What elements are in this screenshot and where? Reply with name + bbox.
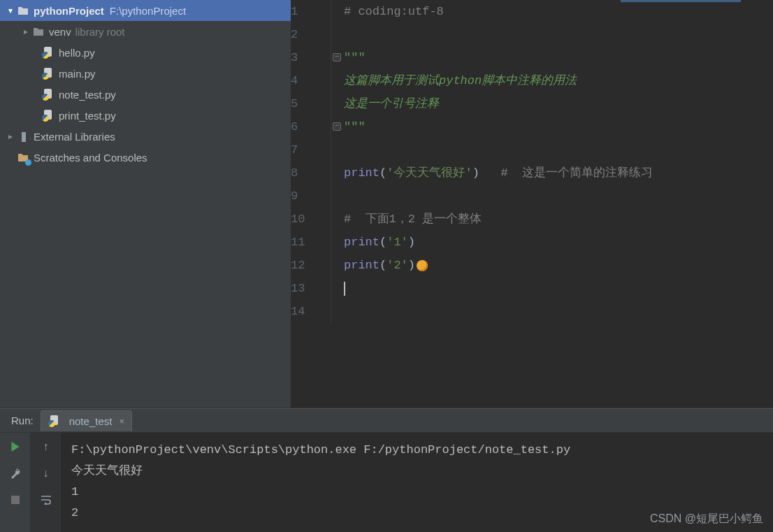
console-line: 今天天气很好 xyxy=(71,461,763,482)
code-text: """ xyxy=(344,46,366,69)
code-text: 这篇脚本用于测试python脚本中注释的用法 xyxy=(344,69,577,92)
line-number: 6 xyxy=(291,115,331,138)
file-item[interactable]: main.py xyxy=(0,63,291,84)
arrow-up-icon[interactable]: ↑ xyxy=(38,438,55,455)
console-line: F:\pythonProject\venv\Scripts\python.exe… xyxy=(71,440,763,461)
code-text: """ xyxy=(344,115,366,138)
code-text: '2' xyxy=(386,254,408,277)
code-text: # 这是一个简单的注释练习 xyxy=(500,161,653,185)
external-libraries[interactable]: ▸ ||| External Libraries xyxy=(0,126,291,147)
run-tab-name: note_test xyxy=(69,415,113,427)
code-text: # 下面1，2 是一个整体 xyxy=(344,208,482,231)
chevron-down-icon[interactable]: ▾ xyxy=(4,6,17,15)
python-file-icon xyxy=(48,415,61,427)
line-number: 5 xyxy=(291,92,331,115)
file-item[interactable]: print_test.py xyxy=(0,105,291,126)
file-name: print_test.py xyxy=(59,110,116,122)
code-text: '1' xyxy=(386,231,408,254)
fold-minus-icon[interactable]: − xyxy=(333,53,341,62)
scratches-consoles[interactable]: Scratches and Consoles xyxy=(0,147,291,168)
line-number: 14 xyxy=(291,300,331,323)
close-icon[interactable]: × xyxy=(119,416,124,426)
folder-icon xyxy=(17,4,29,17)
chevron-right-icon[interactable]: ▸ xyxy=(20,27,32,36)
external-libs-label: External Libraries xyxy=(34,131,115,143)
run-panel: Run: note_test × ↑ ↓ F:\python xyxy=(0,408,773,532)
python-file-icon xyxy=(42,67,55,80)
line-number: 12 xyxy=(291,254,331,277)
rerun-button[interactable] xyxy=(7,438,24,455)
run-nav: ↑ ↓ xyxy=(31,433,62,532)
file-name: hello.py xyxy=(59,47,95,59)
python-file-icon xyxy=(42,88,55,101)
line-number: 3 xyxy=(291,46,331,69)
venv-name: venv xyxy=(49,26,71,38)
gutter: 1 2 3 4 5 6 7 8 9 10 11 12 13 14 xyxy=(291,0,331,408)
code-text: 这是一个引号注释 xyxy=(344,92,439,115)
caret xyxy=(344,282,345,296)
line-number: 9 xyxy=(291,185,331,208)
line-number: 13 xyxy=(291,277,331,300)
code-editor[interactable]: 1 2 3 4 5 6 7 8 9 10 11 12 13 14 − − # c… xyxy=(291,0,773,408)
line-number: 2 xyxy=(291,23,331,46)
project-name: pythonProject xyxy=(34,5,104,17)
project-tree[interactable]: ▾ pythonProject F:\pythonProject ▸ venv … xyxy=(0,0,291,408)
library-icon: ||| xyxy=(17,130,29,143)
venv-folder[interactable]: ▸ venv library root xyxy=(0,21,291,42)
run-tab-bar: Run: note_test × xyxy=(0,409,773,433)
file-name: note_test.py xyxy=(59,89,116,101)
run-label: Run: xyxy=(4,415,41,426)
code-text: '今天天气很好' xyxy=(386,161,472,185)
python-file-icon xyxy=(42,46,55,59)
soft-wrap-icon[interactable] xyxy=(38,491,55,508)
watermark: CSDN @短尾巴小鳄鱼 xyxy=(650,508,763,529)
wrench-icon[interactable] xyxy=(7,465,24,482)
file-name: main.py xyxy=(59,68,96,80)
code-area[interactable]: # coding:utf-8 """ 这篇脚本用于测试python脚本中注释的用… xyxy=(344,0,773,408)
run-toolbar xyxy=(0,433,31,532)
project-root[interactable]: ▾ pythonProject F:\pythonProject xyxy=(0,0,291,21)
code-text: print xyxy=(344,161,380,185)
venv-hint: library root xyxy=(75,26,125,38)
code-text: print xyxy=(344,231,380,254)
line-number: 4 xyxy=(291,69,331,92)
console-output[interactable]: F:\pythonProject\venv\Scripts\python.exe… xyxy=(62,433,773,532)
console-line: 1 xyxy=(71,482,763,503)
line-number: 8 xyxy=(291,161,331,185)
line-number: 7 xyxy=(291,138,331,161)
workspace: ▾ pythonProject F:\pythonProject ▸ venv … xyxy=(0,0,773,408)
line-number: 10 xyxy=(291,208,331,231)
stop-button[interactable] xyxy=(7,491,24,508)
file-item[interactable]: hello.py xyxy=(0,42,291,63)
project-path: F:\pythonProject xyxy=(110,5,186,17)
chevron-right-icon[interactable]: ▸ xyxy=(4,131,17,141)
code-text: # coding:utf-8 xyxy=(344,0,444,23)
fold-minus-icon[interactable]: − xyxy=(333,122,341,131)
run-tab[interactable]: note_test × xyxy=(41,410,132,431)
intention-bulb-icon[interactable] xyxy=(417,260,428,271)
folder-icon xyxy=(32,25,45,38)
line-number: 1 xyxy=(291,0,331,23)
run-body: ↑ ↓ F:\pythonProject\venv\Scripts\python… xyxy=(0,433,773,532)
line-number: 11 xyxy=(291,231,331,254)
file-item[interactable]: note_test.py xyxy=(0,84,291,105)
python-file-icon xyxy=(42,109,55,122)
arrow-down-icon[interactable]: ↓ xyxy=(38,465,55,482)
scratches-label: Scratches and Consoles xyxy=(34,152,147,164)
code-text: print xyxy=(344,254,380,277)
scratches-icon xyxy=(17,151,29,164)
fold-column: − − xyxy=(331,0,344,408)
svg-rect-0 xyxy=(11,496,20,504)
